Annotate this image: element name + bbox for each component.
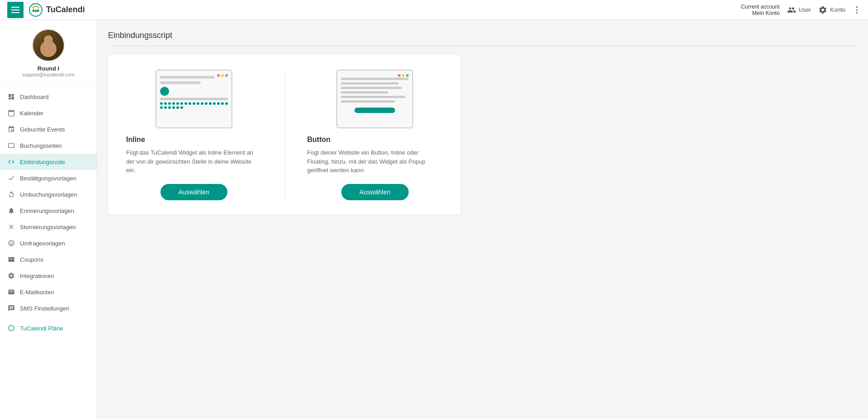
sidebar-item-label: Stornierungsvorlagen [20, 224, 90, 231]
user-email: support@tucalendi.com [22, 72, 75, 77]
current-account-label: Current account Mein Konto [741, 4, 779, 16]
konto-button[interactable]: Konto [818, 5, 845, 14]
events-icon [7, 125, 15, 133]
button-description: Fügt deiner Website ein Button, Inline o… [307, 148, 443, 175]
sidebar-item-label: E-Mailkonten [20, 289, 90, 296]
logo-area: TuCalendi [29, 3, 85, 17]
dashboard-icon [7, 93, 15, 101]
header-left: TuCalendi [7, 2, 85, 18]
umfragevorlagen-icon [7, 239, 15, 247]
umbuchungsvorlagen-icon [7, 190, 15, 198]
header-right: Current account Mein Konto User Konto ⋮ [741, 4, 861, 16]
sidebar-item-umfragevorlagen[interactable]: Umfragevorlagen [0, 235, 97, 251]
dot-green-2 [406, 74, 409, 77]
sidebar-item-label: Umfragevorlagen [20, 240, 90, 247]
sidebar-item-label: Dashboard [20, 94, 90, 100]
sidebar: Round I support@tucalendi.com Dashboard … [0, 20, 97, 419]
sidebar-item-buchungsseiten[interactable]: Buchungsseiten [0, 137, 97, 154]
sidebar-item-tucalendi-plaene[interactable]: TuCalendi Pläne [0, 320, 97, 336]
button-title: Button [307, 136, 331, 144]
sidebar-item-coupons[interactable]: Coupons [0, 251, 97, 268]
sidebar-bottom-label: TuCalendi Pläne [20, 325, 90, 332]
user-button[interactable]: User [787, 5, 811, 14]
integrationen-icon [7, 272, 15, 280]
tucalendi-logo-icon [29, 3, 42, 17]
sidebar-item-label: Umbuchungsvorlagen [20, 191, 90, 198]
sidebar-item-erinnerungsvorlagen[interactable]: Erinnerungsvorlagen [0, 202, 97, 219]
logo-text: TuCalendi [46, 5, 85, 14]
nav-list: Dashboard Kalender Gebuchte Events [0, 85, 97, 320]
sidebar-item-integrationen[interactable]: Integrationen [0, 268, 97, 284]
sidebar-item-bestaetigungsvorlagen[interactable]: Bestätigungsvorlagen [0, 170, 97, 186]
sidebar-item-label: Gebuchte Events [20, 126, 90, 133]
inline-description: Fügt das TuCalendi Widget als Inline Ele… [126, 148, 262, 175]
button-card: Button Fügt deiner Website ein Button, I… [307, 70, 443, 200]
sidebar-item-gebuchte-events[interactable]: Gebuchte Events [0, 121, 97, 137]
svg-point-1 [33, 9, 35, 12]
email-icon [7, 288, 15, 296]
dot-red [217, 74, 220, 77]
dot-green [225, 74, 228, 77]
card-divider [284, 70, 285, 200]
sidebar-item-umbuchungsvorlagen[interactable]: Umbuchungsvorlagen [0, 186, 97, 202]
calendar-icon [7, 109, 15, 117]
dot-yellow-2 [402, 74, 405, 77]
user-profile: Round I support@tucalendi.com [0, 20, 97, 85]
dot-yellow [221, 74, 224, 77]
sidebar-item-label: SMS Finstellungen [20, 305, 90, 312]
svg-point-3 [37, 9, 39, 12]
sidebar-item-einbindungscode[interactable]: Einbindungscode [0, 154, 97, 170]
main-layout: Round I support@tucalendi.com Dashboard … [0, 20, 868, 419]
sms-icon [7, 304, 15, 312]
more-options-button[interactable]: ⋮ [853, 5, 861, 15]
users-icon [787, 5, 796, 14]
hamburger-icon [11, 7, 19, 13]
sidebar-item-label: Buchungsseiten [20, 142, 90, 149]
inline-title: Inline [126, 136, 145, 144]
erinnerungsvorlagen-icon [7, 207, 15, 215]
code-icon [7, 158, 15, 166]
user-name: Round I [38, 65, 59, 72]
sidebar-item-stornierungsvorlagen[interactable]: Stornierungsvorlagen [0, 219, 97, 235]
avatar [32, 29, 65, 61]
sidebar-item-kalender[interactable]: Kalender [0, 105, 97, 121]
top-header: TuCalendi Current account Mein Konto Use… [0, 0, 868, 20]
plaene-icon [7, 324, 15, 332]
cards-container: Inline Fügt das TuCalendi Widget als Inl… [108, 55, 461, 215]
sidebar-item-label: Bestätigungsvorlagen [20, 175, 90, 182]
bestaetigungsvorlagen-icon [7, 174, 15, 182]
inline-preview [156, 70, 232, 128]
sidebar-item-label: Coupons [20, 256, 90, 263]
preview-window-dots-2 [398, 74, 409, 77]
hamburger-button[interactable] [7, 2, 24, 18]
inline-select-button[interactable]: Auswählen [160, 184, 228, 200]
content-area: Einbindungsscript [97, 20, 868, 419]
inline-card: Inline Fügt das TuCalendi Widget als Inl… [126, 70, 262, 200]
sidebar-item-dashboard[interactable]: Dashboard [0, 89, 97, 105]
button-select-button[interactable]: Auswählen [341, 184, 409, 200]
button-preview [336, 70, 413, 128]
sidebar-item-label: Einbindungscode [20, 159, 90, 165]
sidebar-item-label: Erinnerungsvorlagen [20, 207, 90, 214]
buchungsseiten-icon [7, 141, 15, 150]
coupons-icon [7, 255, 15, 264]
preview-window-dots [217, 74, 228, 77]
stornierungsvorlagen-icon [7, 223, 15, 231]
settings-icon [818, 5, 827, 14]
svg-point-2 [35, 9, 37, 12]
dot-red-2 [398, 74, 401, 77]
page-title: Einbindungsscript [108, 31, 857, 46]
sidebar-item-e-mailkonten[interactable]: E-Mailkonten [0, 284, 97, 300]
sidebar-item-label: Kalender [20, 110, 90, 117]
sidebar-item-sms-finstellungen[interactable]: SMS Finstellungen [0, 300, 97, 316]
sidebar-item-label: Integrationen [20, 273, 90, 279]
